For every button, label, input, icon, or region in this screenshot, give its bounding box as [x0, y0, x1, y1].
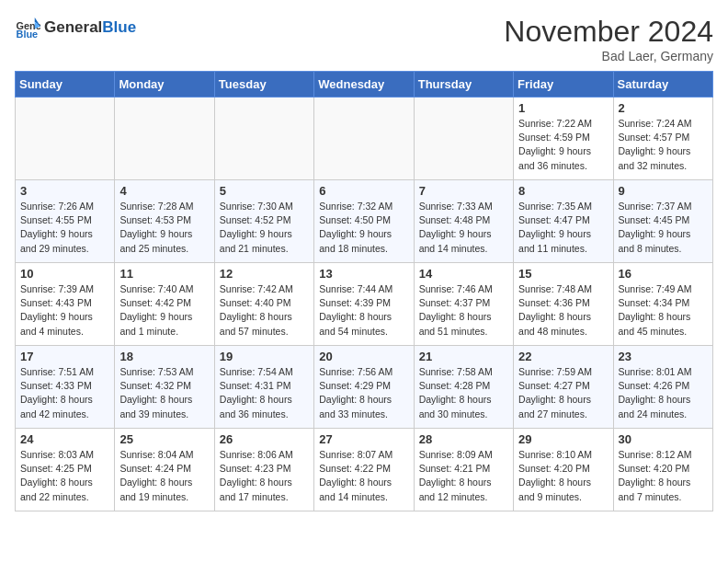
calendar-cell: 4Sunrise: 7:28 AM Sunset: 4:53 PM Daylig… — [115, 180, 214, 263]
day-number: 13 — [319, 267, 408, 281]
weekday-header-tuesday: Tuesday — [214, 72, 313, 98]
calendar-week-5: 24Sunrise: 8:03 AM Sunset: 4:25 PM Dayli… — [16, 429, 713, 511]
day-number: 1 — [518, 101, 608, 115]
weekday-header-monday: Monday — [115, 72, 214, 98]
day-number: 22 — [518, 350, 608, 363]
calendar-cell: 3Sunrise: 7:26 AM Sunset: 4:55 PM Daylig… — [16, 180, 115, 263]
calendar-cell: 5Sunrise: 7:30 AM Sunset: 4:52 PM Daylig… — [214, 180, 313, 263]
calendar-cell: 6Sunrise: 7:32 AM Sunset: 4:50 PM Daylig… — [314, 180, 414, 263]
calendar-cell: 26Sunrise: 8:06 AM Sunset: 4:23 PM Dayli… — [214, 429, 313, 511]
day-info: Sunrise: 8:10 AM Sunset: 4:20 PM Dayligh… — [518, 448, 608, 504]
weekday-header-friday: Friday — [514, 72, 613, 98]
calendar-cell: 11Sunrise: 7:40 AM Sunset: 4:42 PM Dayli… — [115, 263, 214, 346]
day-number: 15 — [518, 267, 608, 281]
day-number: 17 — [20, 350, 109, 363]
weekday-header-wednesday: Wednesday — [314, 72, 414, 98]
day-number: 8 — [518, 184, 608, 198]
calendar-cell: 22Sunrise: 7:59 AM Sunset: 4:27 PM Dayli… — [514, 346, 613, 429]
day-info: Sunrise: 7:24 AM Sunset: 4:57 PM Dayligh… — [619, 117, 708, 173]
calendar-cell: 25Sunrise: 8:04 AM Sunset: 4:24 PM Dayli… — [115, 429, 214, 511]
day-info: Sunrise: 8:01 AM Sunset: 4:26 PM Dayligh… — [619, 365, 708, 421]
day-info: Sunrise: 7:58 AM Sunset: 4:28 PM Dayligh… — [419, 365, 508, 421]
calendar-cell: 9Sunrise: 7:37 AM Sunset: 4:45 PM Daylig… — [613, 180, 712, 263]
calendar-cell: 30Sunrise: 8:12 AM Sunset: 4:20 PM Dayli… — [613, 429, 712, 511]
day-info: Sunrise: 7:30 AM Sunset: 4:52 PM Dayligh… — [220, 200, 309, 256]
day-number: 26 — [220, 432, 309, 446]
day-number: 21 — [419, 350, 508, 363]
day-number: 25 — [119, 432, 209, 446]
svg-text:Blue: Blue — [17, 29, 39, 40]
day-info: Sunrise: 7:35 AM Sunset: 4:47 PM Dayligh… — [518, 200, 608, 256]
calendar-cell — [115, 98, 214, 180]
day-info: Sunrise: 7:51 AM Sunset: 4:33 PM Dayligh… — [20, 365, 109, 421]
logo: General Blue General Blue — [15, 15, 136, 40]
calendar-cell: 13Sunrise: 7:44 AM Sunset: 4:39 PM Dayli… — [314, 263, 414, 346]
calendar-cell: 1Sunrise: 7:22 AM Sunset: 4:59 PM Daylig… — [514, 98, 613, 180]
calendar-cell: 8Sunrise: 7:35 AM Sunset: 4:47 PM Daylig… — [514, 180, 613, 263]
calendar-cell: 29Sunrise: 8:10 AM Sunset: 4:20 PM Dayli… — [514, 429, 613, 511]
day-info: Sunrise: 7:33 AM Sunset: 4:48 PM Dayligh… — [419, 200, 508, 256]
day-info: Sunrise: 7:56 AM Sunset: 4:29 PM Dayligh… — [319, 365, 408, 421]
day-number: 10 — [20, 267, 109, 281]
calendar-cell: 20Sunrise: 7:56 AM Sunset: 4:29 PM Dayli… — [314, 346, 414, 429]
day-info: Sunrise: 8:07 AM Sunset: 4:22 PM Dayligh… — [319, 448, 408, 504]
logo-icon: General Blue — [15, 15, 40, 40]
calendar-week-4: 17Sunrise: 7:51 AM Sunset: 4:33 PM Dayli… — [16, 346, 713, 429]
day-info: Sunrise: 7:48 AM Sunset: 4:36 PM Dayligh… — [518, 282, 608, 339]
day-info: Sunrise: 7:46 AM Sunset: 4:37 PM Dayligh… — [419, 282, 508, 339]
calendar-cell: 15Sunrise: 7:48 AM Sunset: 4:36 PM Dayli… — [514, 263, 613, 346]
calendar-cell: 2Sunrise: 7:24 AM Sunset: 4:57 PM Daylig… — [613, 98, 712, 180]
calendar-cell: 18Sunrise: 7:53 AM Sunset: 4:32 PM Dayli… — [115, 346, 214, 429]
day-info: Sunrise: 7:54 AM Sunset: 4:31 PM Dayligh… — [220, 365, 309, 421]
calendar-cell — [16, 98, 115, 180]
day-number: 11 — [119, 267, 209, 281]
day-info: Sunrise: 7:22 AM Sunset: 4:59 PM Dayligh… — [518, 117, 608, 173]
calendar-cell: 17Sunrise: 7:51 AM Sunset: 4:33 PM Dayli… — [16, 346, 115, 429]
day-number: 27 — [319, 432, 408, 446]
day-info: Sunrise: 7:26 AM Sunset: 4:55 PM Dayligh… — [20, 200, 109, 256]
calendar-cell: 16Sunrise: 7:49 AM Sunset: 4:34 PM Dayli… — [613, 263, 712, 346]
day-info: Sunrise: 8:09 AM Sunset: 4:21 PM Dayligh… — [419, 448, 508, 504]
calendar-cell: 27Sunrise: 8:07 AM Sunset: 4:22 PM Dayli… — [314, 429, 414, 511]
day-number: 5 — [220, 184, 309, 198]
day-info: Sunrise: 7:32 AM Sunset: 4:50 PM Dayligh… — [319, 200, 408, 256]
calendar-cell — [414, 98, 513, 180]
calendar-cell: 28Sunrise: 8:09 AM Sunset: 4:21 PM Dayli… — [414, 429, 513, 511]
calendar-week-3: 10Sunrise: 7:39 AM Sunset: 4:43 PM Dayli… — [16, 263, 713, 346]
day-info: Sunrise: 7:42 AM Sunset: 4:40 PM Dayligh… — [220, 282, 309, 339]
day-number: 7 — [419, 184, 508, 198]
calendar-cell — [214, 98, 313, 180]
day-info: Sunrise: 7:39 AM Sunset: 4:43 PM Dayligh… — [20, 282, 109, 339]
day-info: Sunrise: 7:49 AM Sunset: 4:34 PM Dayligh… — [619, 282, 708, 339]
weekday-header-sunday: Sunday — [16, 72, 115, 98]
calendar-week-2: 3Sunrise: 7:26 AM Sunset: 4:55 PM Daylig… — [16, 180, 713, 263]
day-info: Sunrise: 7:37 AM Sunset: 4:45 PM Dayligh… — [619, 200, 708, 256]
day-number: 24 — [20, 432, 109, 446]
day-number: 2 — [619, 101, 708, 115]
day-info: Sunrise: 7:44 AM Sunset: 4:39 PM Dayligh… — [319, 282, 408, 339]
calendar-cell: 14Sunrise: 7:46 AM Sunset: 4:37 PM Dayli… — [414, 263, 513, 346]
day-number: 28 — [419, 432, 508, 446]
day-number: 14 — [419, 267, 508, 281]
day-info: Sunrise: 7:40 AM Sunset: 4:42 PM Dayligh… — [119, 282, 209, 339]
day-number: 20 — [319, 350, 408, 363]
calendar: SundayMondayTuesdayWednesdayThursdayFrid… — [15, 71, 713, 511]
day-number: 4 — [119, 184, 209, 198]
day-info: Sunrise: 8:04 AM Sunset: 4:24 PM Dayligh… — [119, 448, 209, 504]
day-number: 19 — [220, 350, 309, 363]
weekday-header-thursday: Thursday — [414, 72, 513, 98]
logo-blue: Blue — [102, 18, 136, 37]
calendar-cell: 7Sunrise: 7:33 AM Sunset: 4:48 PM Daylig… — [414, 180, 513, 263]
location: Bad Laer, Germany — [504, 49, 713, 63]
calendar-cell: 12Sunrise: 7:42 AM Sunset: 4:40 PM Dayli… — [214, 263, 313, 346]
weekday-header-saturday: Saturday — [613, 72, 712, 98]
day-number: 30 — [619, 432, 708, 446]
day-info: Sunrise: 7:59 AM Sunset: 4:27 PM Dayligh… — [518, 365, 608, 421]
day-info: Sunrise: 7:53 AM Sunset: 4:32 PM Dayligh… — [119, 365, 209, 421]
calendar-cell: 19Sunrise: 7:54 AM Sunset: 4:31 PM Dayli… — [214, 346, 313, 429]
day-number: 9 — [619, 184, 708, 198]
calendar-header: SundayMondayTuesdayWednesdayThursdayFrid… — [16, 72, 713, 98]
day-number: 16 — [619, 267, 708, 281]
day-number: 6 — [319, 184, 408, 198]
day-number: 18 — [119, 350, 209, 363]
